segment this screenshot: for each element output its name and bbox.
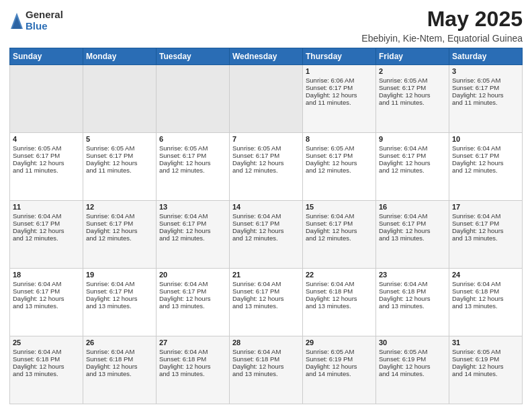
day-info-line: Daylight: 12 hours <box>159 159 226 167</box>
day-number: 14 <box>232 203 300 211</box>
logo-icon <box>9 11 24 30</box>
day-info-line: Sunrise: 6:04 AM <box>379 280 446 287</box>
calendar-cell: 3Sunrise: 6:05 AMSunset: 6:17 PMDaylight… <box>449 65 523 133</box>
calendar-cell: 14Sunrise: 6:04 AMSunset: 6:17 PMDayligh… <box>230 201 303 269</box>
day-info-line: Sunset: 6:17 PM <box>159 152 226 159</box>
day-info-line: Sunrise: 6:04 AM <box>379 144 446 152</box>
day-info-line: Sunrise: 6:04 AM <box>452 280 519 287</box>
day-info-line: Daylight: 12 hours <box>13 159 80 167</box>
day-info-line: Sunset: 6:17 PM <box>86 152 153 159</box>
day-info-line: Daylight: 12 hours <box>232 363 300 370</box>
day-info-line: Sunrise: 6:04 AM <box>232 212 300 220</box>
day-info-line: Sunrise: 6:04 AM <box>452 144 519 152</box>
day-info-line: Sunset: 6:18 PM <box>306 287 373 295</box>
day-info-line: and 12 minutes. <box>379 167 446 174</box>
day-header-thursday: Thursday <box>303 48 376 65</box>
day-info-line: and 12 minutes. <box>452 167 519 174</box>
day-info-line: Sunrise: 6:05 AM <box>86 144 153 152</box>
calendar-cell: 25Sunrise: 6:04 AMSunset: 6:18 PMDayligh… <box>10 336 83 404</box>
day-info-line: and 13 minutes. <box>159 370 226 377</box>
calendar-cell: 28Sunrise: 6:04 AMSunset: 6:18 PMDayligh… <box>230 336 303 404</box>
day-number: 10 <box>452 135 519 143</box>
calendar-cell: 23Sunrise: 6:04 AMSunset: 6:18 PMDayligh… <box>376 269 449 336</box>
logo-text: General Blue <box>26 9 63 32</box>
day-info-line: and 11 minutes. <box>86 167 153 174</box>
day-info-line: and 11 minutes. <box>452 99 519 106</box>
day-info-line: Daylight: 12 hours <box>452 295 519 302</box>
day-number: 2 <box>379 67 446 75</box>
day-info-line: Sunrise: 6:04 AM <box>306 212 373 220</box>
day-info-line: Sunset: 6:17 PM <box>13 152 80 159</box>
day-info-line: Daylight: 12 hours <box>232 227 300 234</box>
day-number: 24 <box>452 271 519 279</box>
day-header-saturday: Saturday <box>449 48 523 65</box>
day-info-line: Sunrise: 6:05 AM <box>379 77 446 84</box>
calendar-cell: 7Sunrise: 6:05 AMSunset: 6:17 PMDaylight… <box>230 133 303 201</box>
day-info-line: Sunrise: 6:04 AM <box>306 280 373 287</box>
day-info-line: Sunrise: 6:05 AM <box>306 144 373 152</box>
day-number: 9 <box>379 135 446 143</box>
day-info-line: Sunset: 6:17 PM <box>452 152 519 159</box>
day-info-line: Sunset: 6:17 PM <box>159 287 226 295</box>
day-info-line: Daylight: 12 hours <box>306 227 373 234</box>
day-info-line: and 12 minutes. <box>86 234 153 242</box>
logo: General Blue <box>9 9 63 32</box>
calendar-cell: 22Sunrise: 6:04 AMSunset: 6:18 PMDayligh… <box>303 269 376 336</box>
calendar-cell: 9Sunrise: 6:04 AMSunset: 6:17 PMDaylight… <box>376 133 449 201</box>
day-number: 13 <box>159 203 226 211</box>
day-info-line: Sunrise: 6:04 AM <box>232 348 300 355</box>
day-info-line: and 13 minutes. <box>379 302 446 310</box>
day-info-line: Daylight: 12 hours <box>379 159 446 167</box>
day-info-line: Daylight: 12 hours <box>306 363 373 370</box>
day-info-line: and 13 minutes. <box>159 302 226 310</box>
calendar-cell: 12Sunrise: 6:04 AMSunset: 6:17 PMDayligh… <box>83 201 157 269</box>
day-number: 12 <box>86 203 153 211</box>
day-info-line: and 13 minutes. <box>13 302 80 310</box>
day-info-line: Sunset: 6:17 PM <box>306 84 373 91</box>
day-info-line: and 12 minutes. <box>232 167 300 174</box>
calendar-cell: 5Sunrise: 6:05 AMSunset: 6:17 PMDaylight… <box>83 133 157 201</box>
calendar-cell: 16Sunrise: 6:04 AMSunset: 6:17 PMDayligh… <box>376 201 449 269</box>
calendar-cell: 27Sunrise: 6:04 AMSunset: 6:18 PMDayligh… <box>157 336 230 404</box>
day-info-line: and 13 minutes. <box>452 234 519 242</box>
day-number: 20 <box>159 271 226 279</box>
calendar-cell: 18Sunrise: 6:04 AMSunset: 6:17 PMDayligh… <box>10 269 83 336</box>
day-number: 7 <box>232 135 300 143</box>
day-info-line: Daylight: 12 hours <box>306 91 373 99</box>
day-info-line: Daylight: 12 hours <box>379 363 446 370</box>
day-info-line: Daylight: 12 hours <box>379 295 446 302</box>
header: General Blue May 2025 Ebebiyin, Kie-Ntem… <box>9 7 523 44</box>
calendar-cell: 19Sunrise: 6:04 AMSunset: 6:17 PMDayligh… <box>83 269 157 336</box>
day-info-line: Sunset: 6:19 PM <box>452 355 519 363</box>
day-number: 18 <box>13 271 80 279</box>
day-number: 29 <box>306 338 373 347</box>
day-info-line: Sunrise: 6:04 AM <box>86 212 153 220</box>
calendar-cell: 8Sunrise: 6:05 AMSunset: 6:17 PMDaylight… <box>303 133 376 201</box>
calendar-cell: 24Sunrise: 6:04 AMSunset: 6:18 PMDayligh… <box>449 269 523 336</box>
day-info-line: and 13 minutes. <box>452 302 519 310</box>
calendar-cell: 20Sunrise: 6:04 AMSunset: 6:17 PMDayligh… <box>157 269 230 336</box>
day-info-line: Daylight: 12 hours <box>452 91 519 99</box>
day-info-line: Sunset: 6:17 PM <box>379 220 446 227</box>
calendar-cell <box>83 65 157 133</box>
day-info-line: Sunset: 6:17 PM <box>452 220 519 227</box>
day-number: 16 <box>379 203 446 211</box>
day-info-line: Sunrise: 6:06 AM <box>306 77 373 84</box>
day-info-line: Daylight: 12 hours <box>159 363 226 370</box>
calendar-cell: 4Sunrise: 6:05 AMSunset: 6:17 PMDaylight… <box>10 133 83 201</box>
day-header-wednesday: Wednesday <box>230 48 303 65</box>
day-number: 4 <box>13 135 80 143</box>
day-info-line: Daylight: 12 hours <box>452 227 519 234</box>
day-info-line: and 12 minutes. <box>159 234 226 242</box>
day-info-line: Daylight: 12 hours <box>452 159 519 167</box>
day-info-line: Sunrise: 6:05 AM <box>452 77 519 84</box>
logo-general-text: General <box>26 9 63 21</box>
calendar-cell: 13Sunrise: 6:04 AMSunset: 6:17 PMDayligh… <box>157 201 230 269</box>
day-info-line: Sunset: 6:19 PM <box>379 355 446 363</box>
day-info-line: Daylight: 12 hours <box>379 91 446 99</box>
day-info-line: Sunrise: 6:04 AM <box>452 212 519 220</box>
day-info-line: and 13 minutes. <box>232 302 300 310</box>
day-info-line: Sunrise: 6:04 AM <box>159 280 226 287</box>
day-info-line: Daylight: 12 hours <box>159 295 226 302</box>
day-info-line: Daylight: 12 hours <box>452 363 519 370</box>
